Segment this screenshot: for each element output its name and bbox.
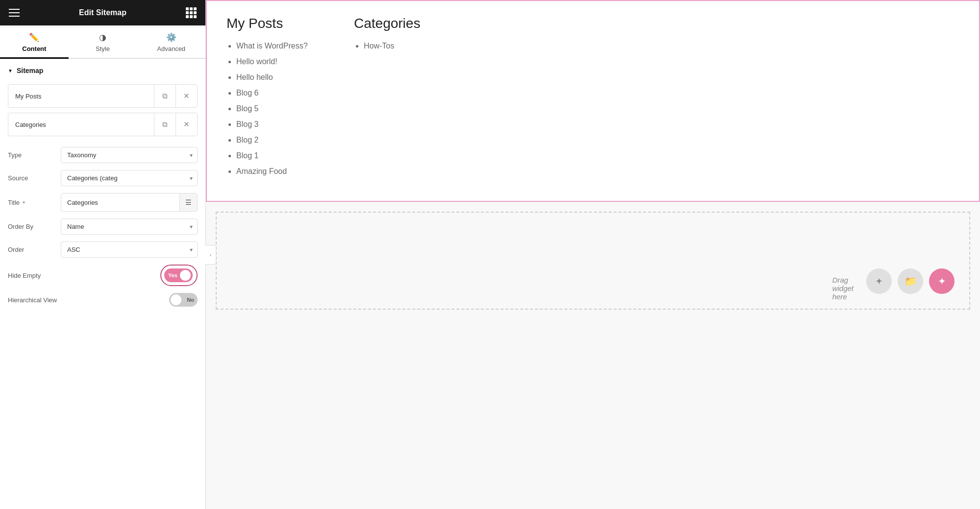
list-item: Blog 1 (236, 150, 325, 162)
col1-title: My Posts (226, 16, 325, 31)
source-select[interactable]: Categories (categ (61, 170, 198, 186)
add-widget-button[interactable]: + (866, 268, 892, 294)
style-icon: ◑ (99, 32, 106, 43)
order-by-row: Order By Name ▾ (8, 218, 198, 235)
copy-icon-cat: ⧉ (162, 120, 168, 129)
left-panel: Edit Sitemap ✏️ Content ◑ Style ⚙️ Advan… (0, 0, 206, 509)
right-panel: ‹ My Posts What is WordPress? Hello worl… (206, 0, 980, 509)
title-row: Title ✦ ☰ (8, 193, 198, 212)
type-row: Type Taxonomy ▾ (8, 147, 198, 163)
drop-area[interactable]: + 📁 ✦ Drag widget here (216, 212, 970, 310)
close-icon-cat: ✕ (183, 120, 190, 129)
top-bar: Edit Sitemap (0, 0, 205, 25)
duplicate-button-categories[interactable]: ⧉ (154, 113, 176, 136)
title-input-wrap: ☰ (61, 193, 198, 212)
folder-icon: 📁 (905, 275, 917, 287)
folder-button[interactable]: 📁 (898, 268, 923, 294)
delete-button-categories[interactable]: ✕ (176, 113, 197, 136)
chevron-down-icon: ▼ (8, 68, 13, 73)
tab-content-label: Content (22, 45, 46, 52)
magic-button[interactable]: ✦ (929, 268, 955, 294)
sitemap-columns: My Posts What is WordPress? Hello world!… (207, 1, 979, 201)
order-by-label: Order By (8, 223, 57, 230)
item-label-categories: Categories (8, 121, 154, 128)
list-item: What is WordPress? (236, 40, 325, 52)
list-item: Blog 6 (236, 87, 325, 99)
sitemap-section-header[interactable]: ▼ Sitemap (8, 67, 198, 74)
sitemap-column-my-posts: My Posts What is WordPress? Hello world!… (226, 16, 325, 181)
grid-apps-icon[interactable] (186, 7, 197, 18)
order-row: Order ASC ▾ (8, 242, 198, 258)
gear-icon: ⚙️ (166, 32, 176, 43)
topbar-title: Edit Sitemap (79, 8, 126, 17)
delete-button-my-posts[interactable]: ✕ (176, 85, 197, 107)
hierarchical-view-label: Hierarchical View (8, 296, 169, 304)
list-item: Blog 3 (236, 119, 325, 130)
hide-empty-row: Hide Empty Yes (8, 265, 198, 286)
list-item: Hello hello (236, 72, 325, 83)
close-icon: ✕ (183, 92, 190, 100)
order-by-select[interactable]: Name (61, 218, 198, 235)
collapse-panel-button[interactable]: ‹ (205, 245, 216, 265)
item-card-my-posts: My Posts ⧉ ✕ (8, 84, 198, 108)
list-item: Hello world! (236, 56, 325, 68)
order-select-wrap: ASC ▾ (61, 242, 198, 258)
magic-icon: ✦ (938, 275, 946, 287)
order-by-select-wrap: Name ▾ (61, 218, 198, 235)
pencil-icon: ✏️ (29, 32, 39, 43)
copy-icon: ⧉ (162, 92, 168, 100)
drop-buttons: + 📁 ✦ (866, 268, 955, 294)
type-label: Type (8, 151, 57, 159)
hide-empty-label: Hide Empty (8, 272, 160, 279)
order-select[interactable]: ASC (61, 242, 198, 258)
tab-bar: ✏️ Content ◑ Style ⚙️ Advanced (0, 25, 205, 59)
item-card-categories: Categories ⧉ ✕ (8, 113, 198, 136)
sitemap-widget: My Posts What is WordPress? Hello world!… (206, 0, 980, 202)
tab-advanced-label: Advanced (157, 45, 185, 52)
source-row: Source Categories (categ ▾ (8, 170, 198, 186)
list-item: How-Tos (364, 40, 452, 52)
duplicate-button-my-posts[interactable]: ⧉ (154, 85, 176, 107)
title-align-icon[interactable]: ☰ (179, 194, 197, 211)
list-item: Amazing Food (236, 166, 325, 177)
hamburger-menu-icon[interactable] (9, 9, 20, 17)
hierarchical-view-row: Hierarchical View No (8, 293, 198, 307)
list-item: Blog 5 (236, 103, 325, 115)
drag-widget-text: Drag widget here (832, 276, 854, 301)
col2-list: How-Tos (354, 40, 452, 52)
hierarchical-view-toggle[interactable]: No (169, 293, 198, 307)
tab-style[interactable]: ◑ Style (69, 25, 137, 59)
tab-content[interactable]: ✏️ Content (0, 25, 69, 59)
col2-title: Categories (354, 16, 452, 31)
tab-advanced[interactable]: ⚙️ Advanced (137, 25, 205, 59)
title-input[interactable] (61, 195, 179, 210)
type-select-wrap: Taxonomy ▾ (61, 147, 198, 163)
move-icon: ✦ (22, 199, 26, 206)
section-label: Sitemap (17, 67, 43, 74)
order-label: Order (8, 246, 57, 253)
item-label-my-posts: My Posts (8, 93, 154, 100)
type-select[interactable]: Taxonomy (61, 147, 198, 163)
list-item: Blog 2 (236, 134, 325, 146)
hide-empty-highlight: Yes (160, 265, 198, 286)
sitemap-column-categories: Categories How-Tos (354, 16, 452, 181)
source-select-wrap: Categories (categ ▾ (61, 170, 198, 186)
hide-empty-toggle[interactable]: Yes (164, 268, 193, 282)
title-label: Title ✦ (8, 199, 57, 206)
source-label: Source (8, 174, 57, 182)
tab-style-label: Style (96, 45, 110, 52)
panel-content: ▼ Sitemap My Posts ⧉ ✕ Categories ⧉ ✕ (0, 59, 205, 509)
col1-list: What is WordPress? Hello world! Hello he… (226, 40, 325, 177)
